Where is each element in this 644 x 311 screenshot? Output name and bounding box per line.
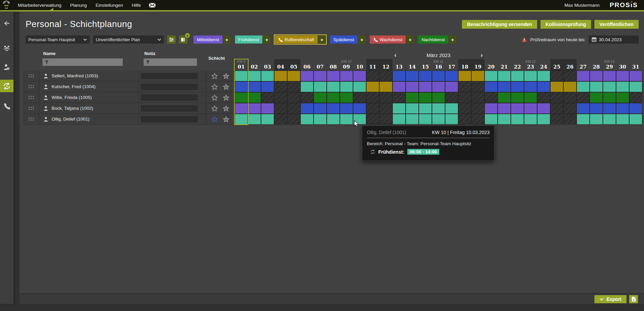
empty-shift-cell[interactable] xyxy=(366,71,379,81)
empty-shift-cell[interactable] xyxy=(366,114,379,125)
shift-cell[interactable] xyxy=(419,114,432,125)
empty-shift-cell[interactable] xyxy=(287,114,300,125)
empty-shift-cell[interactable] xyxy=(563,71,577,81)
shift-cell[interactable] xyxy=(485,114,498,125)
empty-shift-cell[interactable] xyxy=(471,81,485,92)
shift-cell[interactable] xyxy=(590,92,603,103)
empty-shift-cell[interactable] xyxy=(458,103,471,114)
shift-cell[interactable] xyxy=(550,81,563,92)
shift-cell[interactable] xyxy=(392,103,406,114)
day-header-18[interactable]: 18 xyxy=(458,59,471,71)
add-shift-icon[interactable]: + xyxy=(223,35,231,44)
star-plus-icon[interactable] xyxy=(223,105,229,111)
shift-cell[interactable] xyxy=(300,114,314,125)
shift-plan-icon[interactable] xyxy=(0,80,13,92)
day-header-20[interactable]: 20 xyxy=(485,59,498,71)
empty-shift-cell[interactable] xyxy=(366,92,379,103)
add-shift-icon[interactable]: + xyxy=(449,35,456,44)
shift-cell[interactable] xyxy=(392,71,406,81)
shift-cell[interactable] xyxy=(327,71,340,81)
shift-cell[interactable] xyxy=(590,114,603,125)
day-header-08[interactable]: 08 xyxy=(327,59,340,71)
day-header-25[interactable]: 25 xyxy=(550,59,563,71)
day-header-13[interactable]: 13 xyxy=(392,59,406,71)
name-filter-input[interactable] xyxy=(42,58,123,66)
shift-cell[interactable] xyxy=(445,81,458,92)
empty-shift-cell[interactable] xyxy=(471,103,485,114)
note-input[interactable] xyxy=(141,105,198,112)
star-icon[interactable] xyxy=(211,105,218,111)
shift-cell[interactable] xyxy=(524,81,537,92)
shift-cell[interactable] xyxy=(300,81,314,92)
shift-cell[interactable] xyxy=(537,114,550,125)
empty-shift-cell[interactable] xyxy=(379,103,392,114)
team-select[interactable]: Personal-Team Hauptsit xyxy=(26,35,90,44)
day-header-01[interactable]: KW 901 xyxy=(235,59,248,71)
star-plus-icon[interactable] xyxy=(223,73,229,79)
action-button-2[interactable]: Veröffentlichen xyxy=(594,20,639,29)
day-header-24[interactable]: 24 xyxy=(537,59,550,71)
empty-shift-cell[interactable] xyxy=(629,92,642,103)
person-clock-icon[interactable] xyxy=(0,61,13,73)
day-header-05[interactable]: 05 xyxy=(287,59,300,71)
shift-cell[interactable] xyxy=(406,71,419,81)
shift-cell[interactable] xyxy=(498,81,511,92)
shift-cell[interactable] xyxy=(498,71,511,81)
shift-cell[interactable] xyxy=(287,71,300,81)
shift-cell[interactable] xyxy=(419,92,432,103)
empty-shift-cell[interactable] xyxy=(458,81,471,92)
day-header-21[interactable]: 21 xyxy=(498,59,511,71)
shift-cell[interactable] xyxy=(616,114,629,125)
shift-cell[interactable] xyxy=(511,81,524,92)
drag-handle[interactable] xyxy=(24,71,39,81)
star-plus-icon[interactable] xyxy=(223,95,229,101)
shift-cell[interactable] xyxy=(629,103,642,114)
star-icon[interactable] xyxy=(211,95,218,101)
shift-cell[interactable] xyxy=(616,103,629,114)
shift-cell[interactable] xyxy=(603,71,616,81)
empty-shift-cell[interactable] xyxy=(577,92,590,103)
shift-cell[interactable] xyxy=(353,103,366,114)
shift-cell[interactable] xyxy=(406,114,419,125)
day-header-30[interactable]: 30 xyxy=(616,59,629,71)
star-plus-icon[interactable] xyxy=(223,116,229,122)
next-month-icon[interactable]: › xyxy=(481,52,483,58)
empty-shift-cell[interactable] xyxy=(274,81,287,92)
empty-shift-cell[interactable] xyxy=(274,103,287,114)
shift-cell[interactable] xyxy=(274,71,287,81)
empty-shift-cell[interactable] xyxy=(287,81,300,92)
empty-shift-cell[interactable] xyxy=(379,114,392,125)
shift-cell[interactable] xyxy=(327,81,340,92)
plan-select[interactable]: Unveröffentlichter Plan xyxy=(93,35,164,44)
empty-shift-cell[interactable] xyxy=(300,92,314,103)
star-icon[interactable] xyxy=(211,73,218,79)
shift-cell[interactable] xyxy=(511,103,524,114)
day-header-23[interactable]: KW 1223 xyxy=(524,59,537,71)
shift-cell[interactable] xyxy=(603,92,616,103)
shift-cell[interactable] xyxy=(300,103,314,114)
shift-cell[interactable] xyxy=(261,114,274,125)
empty-shift-cell[interactable] xyxy=(563,103,577,114)
shift-cell[interactable] xyxy=(445,103,458,114)
shift-cell[interactable] xyxy=(432,103,445,114)
day-header-14[interactable]: 14 xyxy=(406,59,419,71)
day-header-10[interactable]: 10 xyxy=(353,59,366,71)
empty-shift-cell[interactable] xyxy=(392,92,406,103)
shift-cell[interactable] xyxy=(340,114,353,125)
shift-cell[interactable] xyxy=(261,71,274,81)
shift-cell[interactable] xyxy=(485,71,498,81)
shift-cell[interactable] xyxy=(327,114,340,125)
shift-cell[interactable] xyxy=(379,81,392,92)
add-shift-icon[interactable]: + xyxy=(406,35,414,44)
shift-cell[interactable] xyxy=(248,114,261,125)
shift-cell[interactable] xyxy=(524,114,537,125)
shift-cell[interactable] xyxy=(235,103,248,114)
shift-cell[interactable] xyxy=(498,92,511,103)
shift-cell[interactable] xyxy=(419,71,432,81)
empty-shift-cell[interactable] xyxy=(471,114,485,125)
shift-type-chip[interactable]: Rufbereitschaft xyxy=(275,35,317,44)
empty-shift-cell[interactable] xyxy=(550,92,563,103)
shift-cell[interactable] xyxy=(590,71,603,81)
day-header-19[interactable]: 19 xyxy=(471,59,485,71)
shift-cell[interactable] xyxy=(406,81,419,92)
